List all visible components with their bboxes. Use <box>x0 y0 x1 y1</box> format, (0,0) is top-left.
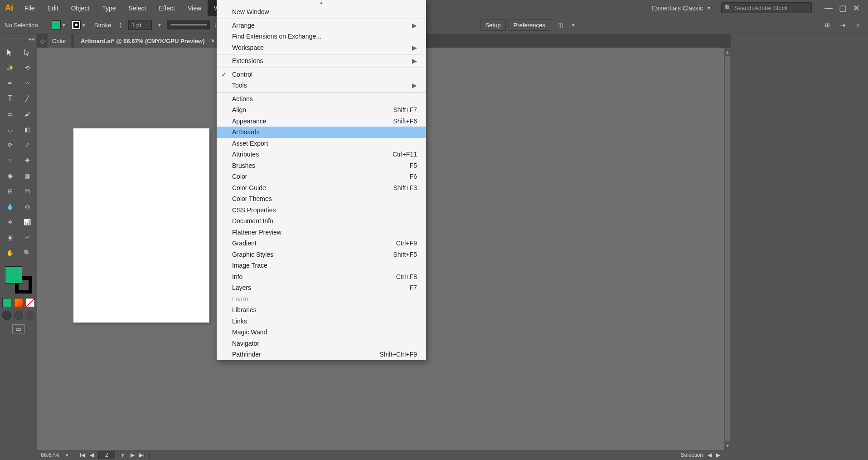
menu-type[interactable]: Type <box>96 0 122 16</box>
menu-item-artboards[interactable]: Artboards <box>217 127 426 138</box>
menu-item-new-window[interactable]: New Window <box>217 6 426 18</box>
line-tool[interactable]: ╱ <box>20 92 34 105</box>
menu-item-extensions[interactable]: Extensions▶ <box>217 55 426 67</box>
menu-object[interactable]: Object <box>65 0 96 16</box>
transform-icon[interactable]: ⇥ <box>837 20 848 30</box>
menu-item-color-guide[interactable]: Color GuideShift+F3 <box>217 182 426 194</box>
menu-item-find-extensions-on-exchange-[interactable]: Find Extensions on Exchange... <box>217 31 426 42</box>
menu-item-control[interactable]: Control <box>217 69 426 80</box>
magic-wand-tool[interactable]: ✨ <box>3 61 17 74</box>
scale-tool[interactable]: ⤢ <box>20 138 34 151</box>
draw-behind[interactable] <box>14 311 23 320</box>
align-to-icon[interactable]: ◫ <box>555 20 566 30</box>
zoom-level[interactable]: 66.67% <box>41 452 59 458</box>
artboard-first-icon[interactable]: I◀ <box>80 452 85 458</box>
symbol-sprayer-tool[interactable]: ✲ <box>3 215 17 228</box>
none-mode[interactable] <box>26 298 35 307</box>
fill-box[interactable] <box>5 266 22 284</box>
shaper-tool[interactable]: ◡ <box>3 123 17 136</box>
zoom-tool[interactable]: 🔍 <box>20 246 34 259</box>
menu-item-links[interactable]: Links <box>217 316 426 327</box>
color-mode[interactable] <box>2 298 11 307</box>
menu-item-attributes[interactable]: AttributesCtrl+F11 <box>217 149 426 160</box>
gradient-tool[interactable]: ▤ <box>20 185 34 197</box>
stroke-dropdown[interactable]: ▼ <box>81 23 87 28</box>
menu-item-pathfinder[interactable]: PathfinderShift+Ctrl+F9 <box>217 349 426 360</box>
rotate-tool[interactable]: ⟳ <box>3 138 17 151</box>
preferences-button[interactable]: Preferences <box>509 20 550 31</box>
scroll-up-icon[interactable]: ▲ <box>217 0 426 6</box>
scroll-down-icon[interactable]: ▼ <box>725 443 730 448</box>
artboard-tool[interactable]: ▣ <box>3 231 17 244</box>
stroke-weight-dropdown[interactable]: ▼ <box>156 23 163 28</box>
direct-selection-tool[interactable] <box>20 46 34 59</box>
lasso-tool[interactable]: ⟲ <box>20 61 34 74</box>
document-tab[interactable]: Artboard.ai* @ 66.67% (CMYK/GPU Preview)… <box>74 34 221 48</box>
width-tool[interactable]: ≈ <box>3 154 17 166</box>
stroke-weight-input[interactable]: 1 pt <box>128 20 152 30</box>
free-transform-tool[interactable]: ✥ <box>20 154 34 166</box>
minimize-button[interactable]: — <box>824 3 833 13</box>
menu-item-magic-wand[interactable]: Magic Wand <box>217 327 426 338</box>
menu-item-workspace[interactable]: Workspace▶ <box>217 42 426 54</box>
menu-item-image-trace[interactable]: Image Trace <box>217 260 426 271</box>
scroll-up-icon[interactable]: ▲ <box>725 49 730 54</box>
menu-file[interactable]: File <box>18 0 41 16</box>
perspective-tool[interactable]: ▦ <box>20 169 34 182</box>
mesh-tool[interactable]: ⊞ <box>3 185 17 197</box>
shape-builder-tool[interactable]: ◉ <box>3 169 17 182</box>
artboard-number[interactable]: 2 <box>98 451 115 459</box>
menu-item-navigator[interactable]: Navigator <box>217 338 426 349</box>
fill-stroke-indicator[interactable] <box>4 265 33 294</box>
draw-inside[interactable] <box>26 311 35 320</box>
menu-item-appearance[interactable]: AppearanceShift+F6 <box>217 116 426 127</box>
hscroll-right-icon[interactable]: ▶ <box>716 452 720 458</box>
align-to-dropdown[interactable]: ▼ <box>570 23 577 28</box>
tab-close-icon[interactable]: × <box>211 37 214 44</box>
panel-grip[interactable] <box>9 37 29 41</box>
menu-item-tools[interactable]: Tools▶ <box>217 80 426 91</box>
menu-item-brushes[interactable]: BrushesF5 <box>217 160 426 171</box>
eyedropper-tool[interactable]: 💧 <box>3 200 17 213</box>
artboard-last-icon[interactable]: ▶I <box>139 452 145 458</box>
menu-item-color[interactable]: ColorF6 <box>217 171 426 182</box>
workspace-switcher[interactable]: Essentials Classic ▼ <box>646 0 717 16</box>
collapse-icon[interactable]: ◀◀ <box>28 37 34 41</box>
document-setup-button[interactable]: Setup <box>480 20 506 31</box>
slice-tool[interactable]: ✂ <box>20 231 34 244</box>
menu-item-graphic-styles[interactable]: Graphic StylesShift+F5 <box>217 249 426 260</box>
selection-tool[interactable] <box>3 46 17 59</box>
menu-item-css-properties[interactable]: CSS Properties <box>217 205 426 216</box>
rectangle-tool[interactable]: ▭ <box>3 108 17 120</box>
menu-item-layers[interactable]: LayersF7 <box>217 282 426 294</box>
stroke-weight-stepper[interactable]: ▲▼ <box>117 22 124 28</box>
menu-select[interactable]: Select <box>122 0 153 16</box>
menu-item-flattener-preview[interactable]: Flattener Preview <box>217 227 426 238</box>
type-tool[interactable]: T <box>3 92 17 105</box>
hscroll-left-icon[interactable]: ◀ <box>708 452 712 458</box>
artboard-next-icon[interactable]: ▶ <box>131 452 135 458</box>
screen-mode[interactable]: ▭ <box>12 324 25 333</box>
curvature-tool[interactable]: 〰 <box>20 77 34 89</box>
artboard-prev-icon[interactable]: ◀ <box>90 452 94 458</box>
menu-item-gradient[interactable]: GradientCtrl+F9 <box>217 238 426 249</box>
menu-item-arrange[interactable]: Arrange▶ <box>217 20 426 31</box>
graph-icon[interactable]: ⊞ <box>822 20 833 30</box>
stock-search[interactable]: 🔍 Search Adobe Stock <box>721 2 812 13</box>
menu-item-align[interactable]: AlignShift+F7 <box>217 104 426 116</box>
eraser-tool[interactable]: ◧ <box>20 123 34 136</box>
gradient-mode[interactable] <box>14 298 23 307</box>
close-button[interactable]: ✕ <box>853 3 860 13</box>
menu-item-info[interactable]: InfoCtrl+F8 <box>217 271 426 283</box>
pen-tool[interactable]: ✒ <box>3 77 17 89</box>
artboard-dropdown[interactable]: ▼ <box>120 453 126 458</box>
menu-edit[interactable]: Edit <box>41 0 65 16</box>
stroke-profile-preview[interactable] <box>167 20 210 29</box>
maximize-button[interactable]: ▢ <box>839 3 847 13</box>
menu-effect[interactable]: Effect <box>152 0 181 16</box>
menu-item-document-info[interactable]: Document Info <box>217 215 426 227</box>
menu-item-actions[interactable]: Actions <box>217 93 426 105</box>
hand-tool[interactable]: ✋ <box>3 246 17 259</box>
scroll-thumb[interactable] <box>725 56 730 441</box>
menu-item-asset-export[interactable]: Asset Export <box>217 138 426 149</box>
